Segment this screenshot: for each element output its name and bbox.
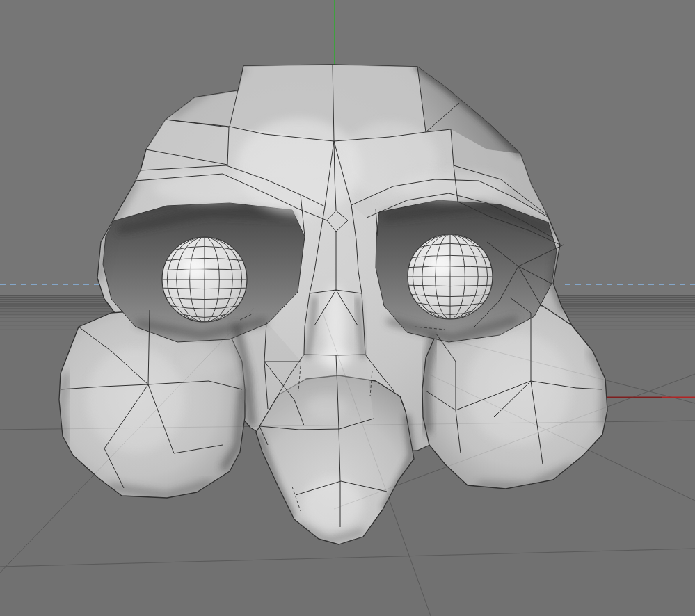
viewport-3d[interactable] [0, 0, 695, 616]
eye-specular-highlight [184, 259, 206, 277]
scene-svg [0, 0, 695, 616]
eyeball-right[interactable] [408, 234, 493, 319]
eye-specular-highlight [429, 257, 452, 275]
eyeball-left[interactable] [162, 237, 247, 322]
